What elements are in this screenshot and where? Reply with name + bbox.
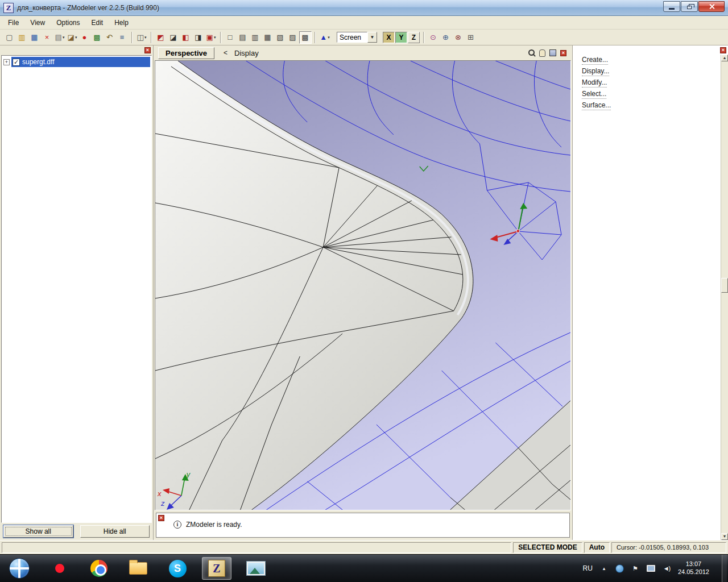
scroll-down-icon[interactable]: ▼ xyxy=(721,533,728,540)
start-button[interactable] xyxy=(3,557,35,580)
view-toggle-icon-7[interactable]: ▩ xyxy=(299,31,312,44)
minimize-button[interactable] xyxy=(663,1,680,12)
screen-mode-select[interactable]: Screen ▼ xyxy=(337,32,377,43)
menu-file[interactable]: File xyxy=(2,17,24,28)
menu-edit[interactable]: Edit xyxy=(86,17,109,28)
scene-tree-list[interactable]: + ✓ supergt.dff xyxy=(1,55,152,523)
toolbar-separator xyxy=(131,32,133,43)
log-panel: × i ZModeler is ready. xyxy=(156,513,570,538)
clock-time: 13:07 xyxy=(678,560,709,568)
combo-dropdown-icon[interactable]: ▼ xyxy=(367,32,377,43)
select-mode-icon-2[interactable]: ◪ xyxy=(167,31,180,44)
maximize-button[interactable] xyxy=(681,1,698,12)
axis-x-toggle[interactable]: X xyxy=(383,32,395,43)
app-icon[interactable]: Z xyxy=(3,3,14,13)
mesh-svg: x y z xyxy=(155,61,570,510)
commands-scrollbar[interactable]: ▲ ▼ xyxy=(721,55,728,540)
vertices-mode-icon[interactable]: ▲▾ xyxy=(318,31,331,44)
view-toggle-icon-1[interactable]: □ xyxy=(224,31,237,44)
viewport-back-arrow[interactable]: < xyxy=(224,49,228,57)
axes-tool-icon[interactable]: ⊗ xyxy=(452,31,465,44)
volume-icon[interactable]: ◄) xyxy=(663,563,671,574)
paste-icon[interactable]: ▤▾ xyxy=(53,31,66,44)
scene-tree-close-icon[interactable]: × xyxy=(144,47,151,53)
photo-viewer-icon[interactable] xyxy=(241,557,271,580)
view-toggle-icon-3[interactable]: ▥ xyxy=(249,31,262,44)
network-globe-icon[interactable] xyxy=(615,563,624,574)
axis-z-toggle[interactable]: Z xyxy=(408,32,420,43)
visibility-checkbox[interactable]: ✓ xyxy=(13,59,20,66)
display-settings-icon[interactable] xyxy=(647,563,655,574)
tree-row: + ✓ supergt.dff xyxy=(2,57,151,67)
record-icon[interactable]: ● xyxy=(78,31,91,44)
scroll-thumb[interactable] xyxy=(721,278,728,293)
view-toggle-icon-4[interactable]: ▦ xyxy=(262,31,274,44)
taskbar-clock[interactable]: 13:07 24.05.2012 xyxy=(678,560,709,576)
uv-mapper-icon[interactable]: ⊕ xyxy=(440,31,452,44)
undo-icon[interactable]: ↶ xyxy=(104,31,116,44)
import-export-icon[interactable]: ◪▾ xyxy=(66,31,78,44)
view-toggle-icon-6[interactable]: ▨ xyxy=(287,31,299,44)
zoom-icon[interactable] xyxy=(528,49,535,56)
command-modify[interactable]: Modify... xyxy=(582,78,607,88)
system-tray: RU ▴⚑◄) 13:07 24.05.2012 xyxy=(583,555,728,582)
info-icon: i xyxy=(173,521,181,529)
show-all-button[interactable]: Show all xyxy=(3,525,73,538)
select-mode-icon-3[interactable]: ◧ xyxy=(180,31,192,44)
log-close-icon[interactable]: × xyxy=(158,515,164,521)
view-toggle-icon-2[interactable]: ▤ xyxy=(237,31,249,44)
minimize-icon xyxy=(669,8,675,10)
hidden-icons-chevron[interactable]: ▴ xyxy=(600,563,608,574)
command-surface[interactable]: Surface... xyxy=(582,101,611,110)
skype-icon[interactable]: S xyxy=(163,557,192,580)
taskbar: SZ RU ▴⚑◄) 13:07 24.05.2012 xyxy=(0,554,728,582)
view-toggle-icon-5[interactable]: ▧ xyxy=(274,31,287,44)
command-select[interactable]: Select... xyxy=(582,90,606,99)
select-mode-icon-5[interactable]: ▣▾ xyxy=(205,31,217,44)
statusbar: SELECTED MODE Auto Cursor: -0.01505, 0.1… xyxy=(0,540,728,554)
pan-icon[interactable] xyxy=(539,49,545,57)
toolbar-separator xyxy=(315,32,316,43)
select-mode-icon-4[interactable]: ◨ xyxy=(192,31,205,44)
opera-icon[interactable] xyxy=(45,557,75,580)
window-title: для_конверта - ZModeler ver 2.2.5 (Build… xyxy=(17,4,159,12)
snap-icon[interactable]: ⊞ xyxy=(465,31,477,44)
explorer-icon[interactable] xyxy=(123,557,153,580)
select-mode-icon-1[interactable]: ◩ xyxy=(155,31,167,44)
axis-y-toggle[interactable]: Y xyxy=(395,32,407,43)
language-indicator[interactable]: RU xyxy=(583,564,593,572)
menu-view[interactable]: View xyxy=(24,17,51,28)
tree-expander-icon[interactable]: + xyxy=(3,59,10,65)
scene-item-supergt[interactable]: ✓ supergt.dff xyxy=(11,57,150,67)
material-icon[interactable]: ⊙ xyxy=(427,31,440,44)
action-center-flag-icon[interactable]: ⚑ xyxy=(631,563,639,574)
show-desktop-button[interactable] xyxy=(722,555,727,582)
notes-icon[interactable]: ≡ xyxy=(116,31,129,44)
perspective-button[interactable]: Perspective xyxy=(158,47,214,59)
menu-help[interactable]: Help xyxy=(109,17,134,28)
screen-mode-value[interactable]: Screen xyxy=(337,32,367,43)
viewport-display-menu[interactable]: Display xyxy=(234,49,259,57)
close-icon xyxy=(709,3,715,10)
new-file-icon[interactable]: ▢ xyxy=(3,31,16,44)
zmodeler-taskbar-icon[interactable]: Z xyxy=(202,557,231,580)
maximize-view-icon[interactable] xyxy=(549,49,556,56)
status-filler xyxy=(2,542,511,553)
chrome-icon[interactable] xyxy=(84,557,114,580)
close-button[interactable] xyxy=(698,1,725,12)
hide-all-button[interactable]: Hide all xyxy=(80,525,150,538)
filter-grid-icon[interactable]: ▩ xyxy=(91,31,104,44)
menu-options[interactable]: Options xyxy=(51,17,85,28)
toolbar: ▢▥▦×▤▾◪▾●▩↶≡ ◫▾ ◩◪◧◨▣▾ □▤▥▦▧▨▩ ▲▾ Screen… xyxy=(0,30,728,45)
layout-icon[interactable]: ◫▾ xyxy=(135,31,148,44)
status-selected-mode: SELECTED MODE xyxy=(513,542,582,553)
open-folder-icon[interactable]: ▥ xyxy=(16,31,28,44)
delete-icon[interactable]: × xyxy=(41,31,53,44)
scroll-up-icon[interactable]: ▲ xyxy=(721,55,728,61)
commands-close-icon[interactable]: × xyxy=(720,47,726,53)
command-display[interactable]: Display... xyxy=(582,67,609,76)
save-icon[interactable]: ▦ xyxy=(28,31,41,44)
command-create[interactable]: Create... xyxy=(582,56,608,65)
viewport-close-icon[interactable]: × xyxy=(560,50,566,56)
3d-viewport-canvas[interactable]: x y z xyxy=(155,60,571,510)
